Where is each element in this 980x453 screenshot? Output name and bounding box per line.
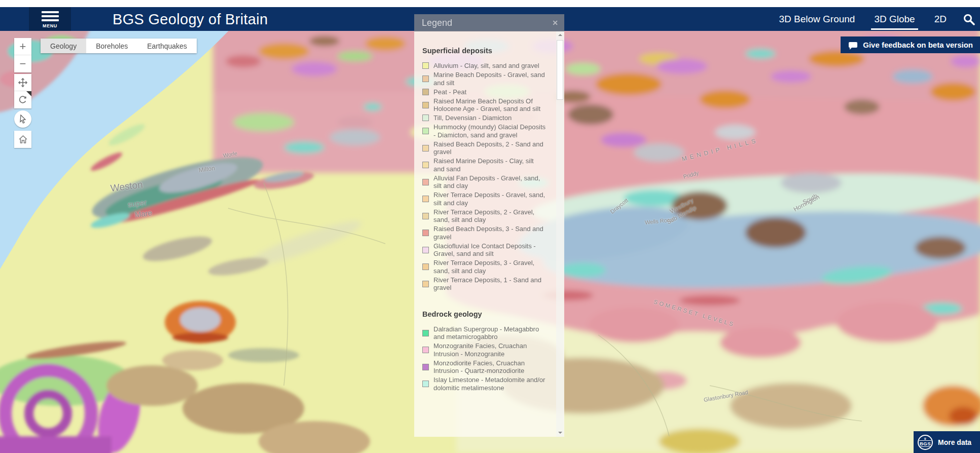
legend-item: Hummocky (moundy) Glacial Deposits - Dia… [422,123,546,139]
pointer-tool-button[interactable] [14,110,31,128]
legend-item: Raised Marine Deposits - Clay, silt and … [422,157,546,173]
view-mode-item[interactable]: 3D Globe [874,14,915,25]
home-button[interactable] [14,131,31,148]
legend-item-label: Hummocky (moundy) Glacial Deposits - Dia… [433,123,546,139]
layer-tab[interactable]: Earthquakes [137,39,197,53]
legend-body: Superficial deposits Alluvium - Clay, si… [414,31,564,437]
speech-bubble-icon [849,42,857,48]
legend-color-swatch [422,62,429,69]
legend-scrollbar[interactable] [556,31,564,437]
more-data-button[interactable]: ♛ BGS More data [914,431,980,453]
legend-color-swatch [422,281,429,287]
legend-item-label: Alluvial Fan Deposits - Gravel, sand, si… [433,174,546,190]
legend-bedrock-list: Dalradian Supergroup - Metagabbro and me… [422,325,546,392]
legend-item: River Terrace Deposits, 1 - Sand and gra… [422,276,546,292]
feedback-button[interactable]: Give feedback on beta version [841,36,980,53]
zoom-in-button[interactable]: + [14,38,31,55]
legend-item: Islay Limestone - Metadolomite and/or do… [422,376,546,392]
cursor-arrow-icon [19,115,27,124]
legend-color-swatch [422,347,429,353]
legend-item: River Terrace Deposits, 3 - Gravel, sand… [422,259,546,275]
legend-item: Glaciofluvial Ice Contact Deposits - Gra… [422,242,546,258]
layer-tab[interactable]: Geology [41,39,86,53]
legend-color-swatch [422,330,429,336]
move-arrows-icon [18,78,28,88]
house-icon [18,135,28,144]
legend-item: River Terrace Deposits - Gravel, sand, s… [422,191,546,207]
legend-item-label: Glaciofluvial Ice Contact Deposits - Gra… [433,242,546,258]
legend-item-label: Till, Devensian - Diamicton [433,114,512,122]
scrollbar-thumb[interactable] [557,40,563,100]
legend-item-label: River Terrace Deposits, 1 - Sand and gra… [433,276,546,292]
legend-item-label: River Terrace Deposits - Gravel, sand, s… [433,191,546,207]
menu-label: MENU [43,23,57,28]
legend-color-swatch [422,89,429,95]
legend-item: Dalradian Supergroup - Metagabbro and me… [422,325,546,341]
legend-item-label: River Terrace Deposits, 3 - Gravel, sand… [433,259,546,275]
scroll-down-arrow[interactable] [556,429,564,436]
pan-button[interactable] [14,74,31,91]
view-mode-item[interactable]: 3D Below Ground [779,14,855,25]
legend-item-label: Raised Marine Beach Deposits Of Holocene… [433,97,546,113]
hamburger-icon [42,11,59,13]
legend-color-swatch [422,128,429,134]
legend-color-swatch [422,364,429,370]
legend-color-swatch [422,381,429,387]
legend-panel: Legend ✕ Superficial deposits Alluvium -… [414,14,564,437]
legend-color-swatch [422,179,429,185]
legend-item: Monzogranite Facies, Cruachan Intrusion … [422,342,546,358]
view-mode-item[interactable]: 2D [934,14,947,25]
legend-item-label: Marine Beach Deposits - Gravel, sand and… [433,71,546,87]
legend-header[interactable]: Legend ✕ [414,14,564,31]
legend-item: Monzodiorite Facies, Cruachan Intrusion … [422,359,546,375]
rotate-arrow-icon [18,95,28,105]
layer-tabs: Geology Boreholes Earthquakes [41,39,197,53]
legend-color-swatch [422,102,429,108]
close-icon[interactable]: ✕ [552,19,558,27]
bgs-logo: ♛ BGS [918,435,933,450]
legend-item-label: Raised Beach Deposits, 2 - Sand and grav… [433,140,546,156]
scroll-up-arrow[interactable] [556,32,564,40]
more-data-label: More data [938,438,971,446]
legend-color-swatch [422,230,429,236]
legend-item-label: Raised Beach Deposits, 3 - Sand and grav… [433,225,546,241]
legend-item: Raised Beach Deposits, 2 - Sand and grav… [422,140,546,156]
minus-icon: − [20,58,26,69]
plus-icon: + [20,41,26,52]
legend-superficial-list: Alluvium - Clay, silt, sand and gravel M… [422,62,546,292]
legend-item-label: Peat - Peat [433,88,466,96]
legend-color-swatch [422,115,429,121]
legend-color-swatch [422,213,429,219]
legend-color-swatch [422,162,429,168]
legend-item-label: Dalradian Supergroup - Metagabbro and me… [433,325,546,341]
legend-item-label: Monzodiorite Facies, Cruachan Intrusion … [433,359,546,375]
legend-color-swatch [422,145,429,152]
view-mode-nav: 3D Below Ground 3D Globe 2D [779,7,947,31]
legend-item: Raised Beach Deposits, 3 - Sand and grav… [422,225,546,241]
legend-color-swatch [422,247,429,253]
legend-item: Till, Devensian - Diamicton [422,114,546,122]
legend-item-label: River Terrace Deposits, 2 - Gravel, sand… [433,208,546,224]
legend-item: Marine Beach Deposits - Gravel, sand and… [422,71,546,87]
zoom-out-button[interactable]: − [14,55,31,72]
legend-item-label: Islay Limestone - Metadolomite and/or do… [433,376,546,392]
legend-section-title: Superficial deposits [422,47,546,55]
menu-button[interactable]: MENU [29,7,71,31]
legend-item: Alluvium - Clay, silt, sand and gravel [422,62,546,70]
legend-item: Peat - Peat [422,88,546,96]
legend-item: River Terrace Deposits, 2 - Gravel, sand… [422,208,546,224]
legend-color-swatch [422,196,429,202]
rotate-button[interactable] [14,91,31,108]
legend-item: Alluvial Fan Deposits - Gravel, sand, si… [422,174,546,190]
legend-color-swatch [422,263,429,270]
legend-item-label: Alluvium - Clay, silt, sand and gravel [433,62,539,70]
layer-tab[interactable]: Boreholes [86,39,137,53]
legend-item-label: Raised Marine Deposits - Clay, silt and … [433,157,546,173]
feedback-label: Give feedback on beta version [863,41,973,49]
legend-title: Legend [422,18,452,28]
legend-item-label: Monzogranite Facies, Cruachan Intrusion … [433,342,546,358]
page-title: BGS Geology of Britain [113,11,268,27]
search-icon[interactable] [963,13,975,25]
legend-section-title: Bedrock geology [422,310,546,318]
legend-color-swatch [422,76,429,82]
